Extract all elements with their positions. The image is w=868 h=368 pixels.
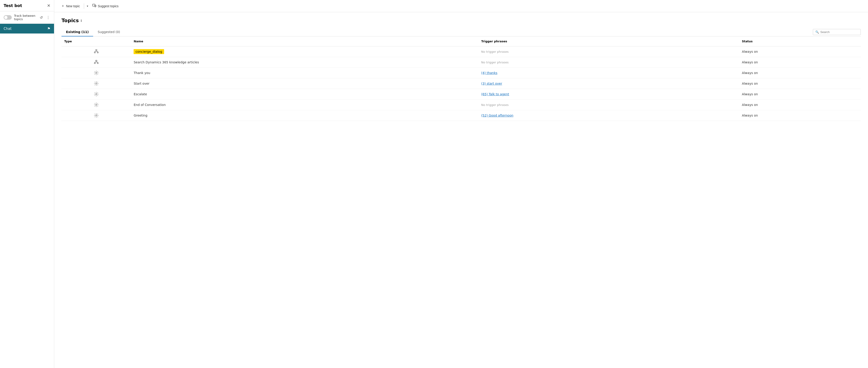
cell-status: Always on [739, 57, 861, 68]
cell-trigger[interactable]: (3) start over [478, 78, 739, 89]
cell-status: Always on [739, 110, 861, 121]
new-topic-label: New topic [66, 4, 80, 8]
close-button[interactable]: ✕ [47, 4, 51, 8]
col-header-status: Status [739, 36, 861, 47]
col-header-name: Name [131, 36, 478, 47]
cell-name: Escalate [131, 89, 478, 100]
cell-status: Always on [739, 89, 861, 100]
cell-name: Start over [131, 78, 478, 89]
trigger-link[interactable]: (3) start over [481, 82, 502, 85]
tabs-bar: Existing (11) Suggested (0) 🔍 [61, 28, 861, 36]
col-header-type: Type [61, 36, 131, 47]
suggest-topics-button[interactable]: Suggest topics [90, 2, 121, 10]
refresh-button[interactable]: ↺ [39, 15, 43, 20]
toolbar-divider [84, 3, 84, 9]
table-row: End of ConversationNo trigger phrasesAlw… [61, 100, 861, 110]
panel-header: Test bot ✕ [0, 0, 54, 11]
svg-point-18 [96, 104, 97, 106]
cell-name: Thank you [131, 68, 478, 78]
table-row: Start over(3) start overAlways on [61, 78, 861, 89]
cell-name: Greeting [131, 110, 478, 121]
trigger-link[interactable]: (65) Talk to agent [481, 92, 509, 96]
chat-label: Chat [4, 27, 11, 31]
toggle-thumb [4, 16, 7, 19]
cell-type [61, 78, 131, 89]
suggest-topics-label: Suggest topics [98, 4, 119, 8]
track-icons: ↺ ⋮ [39, 15, 51, 20]
table-row: Thank you(4) thanksAlways on [61, 68, 861, 78]
dialog-icon [64, 49, 128, 54]
content: Topics ℹ Existing (11) Suggested (0) 🔍 T… [54, 12, 868, 368]
svg-point-16 [96, 83, 97, 84]
svg-rect-3 [97, 52, 98, 53]
cell-trigger: No trigger phrases [478, 57, 739, 68]
system-icon [64, 103, 128, 107]
panel-title: Test bot [4, 3, 22, 8]
cell-name[interactable]: concierge_dialog [131, 47, 478, 57]
chat-flag-button[interactable]: ⚑ [47, 27, 51, 31]
info-icon[interactable]: ℹ [81, 19, 82, 22]
cell-type [61, 47, 131, 57]
system-icon [64, 70, 128, 75]
cell-type [61, 68, 131, 78]
svg-rect-9 [94, 63, 95, 64]
page-heading: Topics ℹ [61, 18, 861, 23]
tab-existing[interactable]: Existing (11) [61, 28, 93, 36]
cell-status: Always on [739, 68, 861, 78]
col-header-trigger: Trigger phrases [478, 36, 739, 47]
search-box[interactable]: 🔍 [813, 29, 861, 35]
system-icon [64, 81, 128, 86]
new-topic-button[interactable]: ＋ New topic [59, 2, 82, 10]
trigger-text: No trigger phrases [481, 103, 508, 107]
plus-icon: ＋ [61, 4, 65, 8]
track-row: Track between topics ↺ ⋮ [0, 11, 54, 24]
cell-trigger: No trigger phrases [478, 47, 739, 57]
dropdown-chevron-button[interactable]: ▾ [86, 3, 89, 9]
trigger-link[interactable]: (52) Good afternoon [481, 114, 513, 117]
cell-type [61, 57, 131, 68]
search-icon: 🔍 [815, 30, 819, 34]
cell-type [61, 100, 131, 110]
right-panel: ＋ New topic ▾ Suggest topics Topics ℹ Ex… [54, 0, 868, 368]
trigger-text: No trigger phrases [481, 61, 508, 64]
track-label: Track between topics [14, 14, 37, 21]
chat-row[interactable]: Chat ⚑ [0, 24, 54, 33]
cell-status: Always on [739, 78, 861, 89]
toolbar: ＋ New topic ▾ Suggest topics [54, 0, 868, 12]
left-panel: Test bot ✕ Track between topics ↺ ⋮ Chat… [0, 0, 54, 368]
tab-suggested[interactable]: Suggested (0) [93, 28, 125, 36]
table-row: Search Dynamics 365 knowledge articlesNo… [61, 57, 861, 68]
table-row: concierge_dialogNo trigger phrasesAlways… [61, 47, 861, 57]
cell-trigger[interactable]: (65) Talk to agent [478, 89, 739, 100]
svg-rect-1 [96, 50, 97, 51]
table-row: Escalate(65) Talk to agentAlways on [61, 89, 861, 100]
cell-type [61, 110, 131, 121]
cell-name: Search Dynamics 365 knowledge articles [131, 57, 478, 68]
cell-trigger[interactable]: (4) thanks [478, 68, 739, 78]
cell-status: Always on [739, 47, 861, 57]
svg-point-15 [96, 72, 97, 74]
trigger-link[interactable]: (4) thanks [481, 71, 498, 75]
cell-name: End of Conversation [131, 100, 478, 110]
cell-type [61, 89, 131, 100]
search-input[interactable] [820, 30, 858, 34]
trigger-text: No trigger phrases [481, 50, 508, 53]
dialog-icon [64, 60, 128, 64]
svg-rect-2 [94, 52, 95, 53]
system-icon [64, 113, 128, 118]
topics-table: Type Name Trigger phrases Status concie [61, 36, 861, 121]
cell-trigger[interactable]: (52) Good afternoon [478, 110, 739, 121]
table-row: Greeting(52) Good afternoonAlways on [61, 110, 861, 121]
table-body: concierge_dialogNo trigger phrasesAlways… [61, 47, 861, 121]
svg-rect-8 [96, 60, 97, 61]
more-options-button[interactable]: ⋮ [46, 15, 51, 20]
cell-status: Always on [739, 100, 861, 110]
cell-trigger: No trigger phrases [478, 100, 739, 110]
svg-point-19 [96, 115, 97, 116]
svg-point-17 [96, 93, 97, 95]
track-topics-toggle[interactable] [4, 15, 12, 20]
system-icon [64, 92, 128, 96]
highlighted-name[interactable]: concierge_dialog [133, 49, 164, 54]
svg-rect-10 [97, 63, 98, 64]
suggest-icon [92, 4, 96, 8]
